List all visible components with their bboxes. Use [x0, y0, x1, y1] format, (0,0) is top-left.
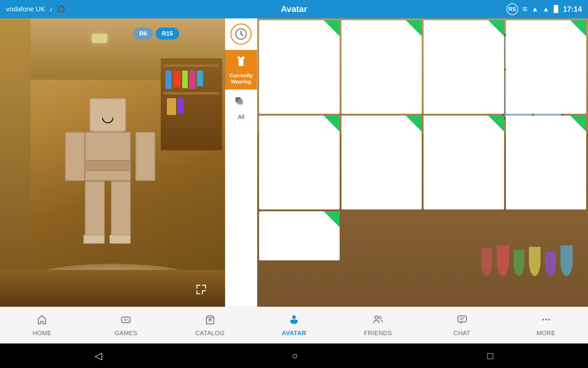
battery-icon: ▉ — [554, 5, 559, 13]
friends-label: FRIENDS — [364, 330, 392, 337]
currently-wearing-tab[interactable]: Currently Wearing — [225, 50, 257, 90]
r15-button[interactable]: R15 — [156, 28, 179, 40]
wifi-icon: ▲ — [532, 5, 538, 13]
avatar-right-leg — [111, 181, 131, 236]
avatar-preview: R6 R15 ◡ — [0, 18, 225, 307]
rs-icon: RS — [507, 3, 518, 15]
home-label: HOME — [32, 330, 51, 337]
svg-rect-19 — [458, 316, 466, 322]
layers-icon — [234, 96, 248, 109]
shelf-unit — [161, 58, 222, 150]
all-label: All — [238, 113, 244, 121]
side-panel: Currently Wearing All — [225, 18, 257, 307]
items-grid — [257, 18, 588, 307]
signal-icon: ▲ — [543, 5, 549, 13]
svg-rect-15 — [290, 320, 292, 323]
home-icon — [36, 314, 47, 328]
friends-icon — [372, 314, 383, 328]
svg-rect-5 — [238, 100, 243, 105]
more-label: MORE — [537, 330, 556, 337]
catalog-icon — [205, 314, 216, 328]
grid-item-3[interactable] — [424, 20, 504, 114]
recent-circle — [230, 23, 252, 45]
avatar-face: ◡ — [101, 109, 114, 124]
avatar-left-leg — [85, 181, 105, 236]
android-recent-button[interactable]: □ — [487, 350, 493, 362]
spotify-icon: ♪ — [49, 5, 53, 13]
avatar-left-foot — [83, 235, 105, 244]
svg-line-2 — [241, 34, 243, 36]
grid-item-9[interactable] — [259, 211, 340, 260]
expand-button[interactable] — [196, 284, 207, 297]
headset-icon: 🎧 — [57, 5, 65, 13]
android-home-button[interactable]: ○ — [292, 350, 298, 362]
svg-rect-16 — [296, 320, 298, 323]
clock-icon — [235, 28, 247, 40]
r6-button[interactable]: R6 — [133, 28, 153, 40]
avatar-head: ◡ — [89, 98, 126, 132]
wearing-label: Currently Wearing — [228, 73, 254, 85]
svg-point-17 — [375, 316, 378, 319]
all-tab[interactable]: All — [225, 90, 257, 126]
svg-rect-14 — [292, 320, 296, 324]
status-right: RS ≡ ▲ ▲ ▉ 17:14 — [507, 3, 582, 15]
avatar-type-toggle[interactable]: R6 R15 — [133, 28, 179, 40]
time-display: 17:14 — [563, 5, 582, 13]
all-icon — [234, 96, 248, 112]
grid-item-4[interactable] — [506, 20, 586, 114]
avatar-torso — [85, 132, 131, 181]
status-bar: vodafone UK ♪ 🎧 Avatar RS ≡ ▲ ▲ ▉ 17:14 — [0, 0, 588, 18]
nav-more[interactable]: MORE — [522, 311, 571, 340]
grid-item-6[interactable] — [341, 116, 422, 209]
room-left-wall — [0, 18, 31, 307]
bottom-nav: HOME GAMES CATALOG — [0, 307, 588, 343]
ceiling-lamp — [92, 34, 107, 43]
page-title: Avatar — [281, 4, 307, 14]
menu-icon[interactable]: ≡ — [522, 4, 527, 14]
items-grid-wrapper — [257, 18, 588, 307]
avatar-right-arm — [135, 132, 155, 181]
nav-chat[interactable]: CHAT — [438, 311, 487, 340]
nav-catalog[interactable]: CATALOG — [186, 311, 235, 340]
svg-point-10 — [128, 320, 129, 321]
room-floor — [0, 270, 225, 307]
wearing-icon — [234, 54, 248, 71]
avatar-label: AVATAR — [282, 330, 306, 337]
torso-stripe — [86, 160, 130, 171]
games-icon — [120, 314, 131, 328]
nav-avatar[interactable]: AVATAR — [270, 311, 318, 340]
recent-tab[interactable] — [225, 18, 257, 50]
svg-point-24 — [548, 319, 550, 320]
grid-item-12-empty — [506, 211, 586, 305]
avatar-left-arm — [65, 132, 85, 181]
carrier-text: vodafone UK — [6, 5, 45, 13]
main-content: R6 R15 ◡ — [0, 18, 588, 307]
grid-item-8[interactable] — [506, 116, 586, 209]
grid-item-10-empty — [341, 211, 422, 305]
avatar-icon — [288, 314, 300, 328]
svg-point-22 — [542, 319, 544, 320]
grid-item-2[interactable] — [341, 20, 422, 114]
chat-icon — [457, 314, 468, 328]
nav-games[interactable]: GAMES — [101, 311, 150, 340]
svg-point-18 — [379, 316, 381, 319]
more-icon — [541, 314, 552, 328]
status-left: vodafone UK ♪ 🎧 — [6, 5, 65, 13]
grid-item-11-empty — [424, 211, 504, 305]
nav-friends[interactable]: FRIENDS — [353, 311, 402, 340]
nav-home[interactable]: HOME — [17, 311, 66, 340]
svg-point-13 — [292, 315, 296, 319]
games-label: GAMES — [115, 330, 138, 337]
android-back-button[interactable]: ◁ — [95, 350, 102, 362]
svg-point-23 — [545, 319, 547, 320]
avatar-right-foot — [109, 235, 131, 244]
android-nav: ◁ ○ □ — [0, 343, 588, 368]
avatar-character: ◡ — [59, 98, 157, 270]
svg-point-9 — [127, 319, 128, 320]
grid-item-7[interactable] — [424, 116, 504, 209]
grid-item-5[interactable] — [259, 116, 340, 209]
shirt-icon — [234, 54, 248, 68]
chat-label: CHAT — [454, 330, 470, 337]
grid-item-1[interactable] — [259, 20, 340, 114]
catalog-label: CATALOG — [195, 330, 225, 337]
